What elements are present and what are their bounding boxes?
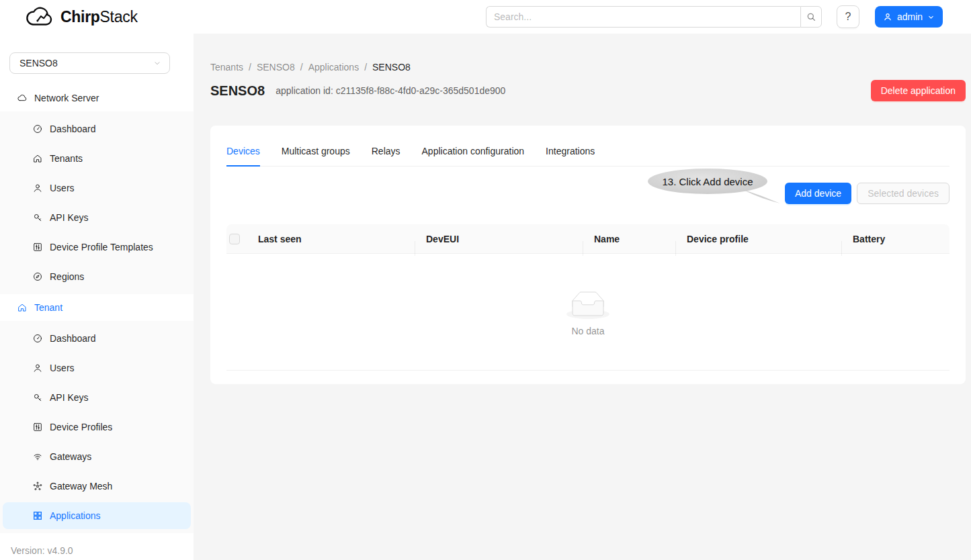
sidebar-item-regions[interactable]: Regions xyxy=(3,263,191,290)
sidebar-item-device-profiles[interactable]: Device Profiles xyxy=(3,414,191,440)
annotation-text: 13. Click Add device xyxy=(647,169,768,194)
sidebar-item-label: Gateway Mesh xyxy=(50,481,112,492)
breadcrumb-item-current: SENSO8 xyxy=(372,62,411,73)
breadcrumb-separator: / xyxy=(364,62,367,73)
sidebar-item-applications[interactable]: Applications xyxy=(3,502,191,529)
chirpstack-cloud-logo-icon xyxy=(26,5,55,28)
tab-integrations[interactable]: Integrations xyxy=(546,146,595,166)
search-button[interactable] xyxy=(800,6,822,28)
sidebar-item-device-profile-templates[interactable]: Device Profile Templates xyxy=(3,234,191,261)
sidebar-item-label: Regions xyxy=(50,271,84,282)
tab-relays[interactable]: Relays xyxy=(372,146,400,166)
select-chevron-down-icon xyxy=(153,59,161,67)
devices-table: Last seen DevEUI Name Device profile Bat… xyxy=(226,224,949,371)
control-icon xyxy=(32,242,43,252)
sidebar-item-tenant-api-keys[interactable]: API Keys xyxy=(3,384,191,411)
search-input[interactable] xyxy=(486,6,800,28)
breadcrumb-item-tenant[interactable]: SENSO8 xyxy=(257,62,295,73)
cloud-icon xyxy=(17,93,28,103)
empty-state: No data xyxy=(226,254,949,371)
column-last-seen: Last seen xyxy=(247,234,415,244)
breadcrumb-item-applications[interactable]: Applications xyxy=(308,62,360,73)
sidebar-item-label: Users xyxy=(50,363,75,373)
sidebar-item-tenant-dashboard[interactable]: Dashboard xyxy=(3,325,191,352)
empty-inbox-icon xyxy=(566,291,609,319)
sidebar-item-ns-users[interactable]: Users xyxy=(3,175,191,201)
tabs: Devices Multicast groups Relays Applicat… xyxy=(226,126,949,167)
delete-application-button[interactable]: Delete application xyxy=(871,80,966,101)
selected-devices-button[interactable]: Selected devices xyxy=(857,183,949,204)
sidebar-item-label: Users xyxy=(50,183,75,193)
network-server-group: Dashboard Tenants Users xyxy=(0,111,194,294)
sidebar-item-label: API Keys xyxy=(50,212,89,223)
user-icon xyxy=(32,363,43,373)
breadcrumb: Tenants / SENSO8 / Applications / SENSO8 xyxy=(210,62,971,73)
sidebar-item-gateway-mesh[interactable]: Gateway Mesh xyxy=(3,473,191,500)
top-header: ChirpStack ? admin xyxy=(0,0,971,34)
home-icon xyxy=(32,153,43,164)
tab-multicast-groups[interactable]: Multicast groups xyxy=(282,146,350,166)
breadcrumb-separator: / xyxy=(249,62,251,73)
dashboard-icon xyxy=(32,124,43,134)
brand-name: ChirpStack xyxy=(60,8,138,26)
main-content: Tenants / SENSO8 / Applications / SENSO8… xyxy=(194,34,971,560)
section-label: Network Server xyxy=(34,93,99,103)
sidebar-item-tenant-users[interactable]: Users xyxy=(3,355,191,381)
help-button[interactable]: ? xyxy=(837,5,859,28)
page-title: SENSO8 xyxy=(210,83,265,99)
dashboard-icon xyxy=(32,333,43,344)
sidebar-item-label: Device Profile Templates xyxy=(50,242,153,252)
appstore-grid-icon xyxy=(32,510,43,521)
control-icon xyxy=(32,422,43,432)
select-all-checkbox[interactable] xyxy=(229,234,240,244)
sidebar-item-label: Dashboard xyxy=(50,124,96,134)
user-icon xyxy=(883,12,892,21)
sidebar-item-label: Device Profiles xyxy=(50,422,112,432)
sidebar-section-tenant[interactable]: Tenant xyxy=(0,294,194,321)
sidebar-item-label: Gateways xyxy=(50,451,91,462)
sidebar-item-gateways[interactable]: Gateways xyxy=(3,443,191,470)
column-battery: Battery xyxy=(842,234,949,244)
tab-devices[interactable]: Devices xyxy=(226,146,260,166)
brand-logo[interactable]: ChirpStack xyxy=(26,5,138,28)
key-icon xyxy=(32,392,43,403)
content-card: Devices Multicast groups Relays Applicat… xyxy=(210,126,966,384)
wifi-icon xyxy=(32,451,43,462)
add-device-button[interactable]: Add device xyxy=(785,183,851,204)
header-checkbox-cell xyxy=(226,234,247,244)
sidebar-item-ns-dashboard[interactable]: Dashboard xyxy=(3,115,191,142)
page-header: SENSO8 application id: c21135f8-f88c-4fd… xyxy=(210,80,966,101)
mesh-network-icon xyxy=(32,481,43,492)
sidebar-item-label: API Keys xyxy=(50,392,89,403)
question-icon: ? xyxy=(845,11,851,23)
search-icon xyxy=(806,11,816,22)
sidebar-item-label: Dashboard xyxy=(50,333,96,344)
tenant-select[interactable]: SENSO8 xyxy=(9,52,170,74)
sidebar-item-tenants[interactable]: Tenants xyxy=(3,145,191,172)
tenant-group: Dashboard Users API Keys xyxy=(0,321,194,533)
chevron-down-icon xyxy=(927,13,935,21)
section-label: Tenant xyxy=(34,302,62,313)
no-data-text: No data xyxy=(571,326,604,336)
column-deveui: DevEUI xyxy=(415,234,583,244)
admin-user-button[interactable]: admin xyxy=(875,6,943,28)
home-icon xyxy=(17,302,28,313)
compass-icon xyxy=(32,271,43,282)
breadcrumb-item-tenants[interactable]: Tenants xyxy=(210,62,243,73)
version-label: Version: v4.9.0 xyxy=(11,545,73,556)
breadcrumb-separator: / xyxy=(300,62,303,73)
global-search xyxy=(486,6,822,28)
sidebar-menu: Network Server Dashboard Tenants xyxy=(0,85,194,533)
admin-label: admin xyxy=(897,11,923,22)
sidebar-section-network-server[interactable]: Network Server xyxy=(0,85,194,111)
column-device-profile: Device profile xyxy=(676,234,842,244)
sidebar: SENSO8 Network Server Dashboard xyxy=(0,34,194,560)
tab-application-configuration[interactable]: Application configuration xyxy=(422,146,525,166)
table-header: Last seen DevEUI Name Device profile Bat… xyxy=(226,224,949,254)
sidebar-item-ns-api-keys[interactable]: API Keys xyxy=(3,204,191,231)
sidebar-item-label: Applications xyxy=(50,510,101,521)
device-toolbar: Add device Selected devices xyxy=(226,183,949,204)
sidebar-item-label: Tenants xyxy=(50,153,83,164)
user-icon xyxy=(32,183,43,193)
tenant-select-value: SENSO8 xyxy=(19,58,58,68)
